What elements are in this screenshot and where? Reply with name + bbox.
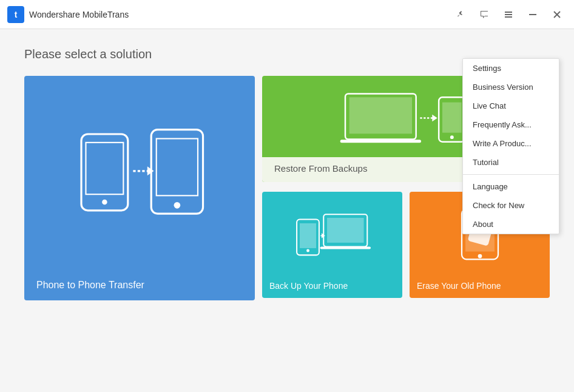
phone-transfer-icon-area [24,76,255,270]
menu-item-settings[interactable]: Settings [463,59,559,78]
logo-letter: t [15,10,18,19]
backup-label: Back Up Your Phone [262,276,402,298]
svg-rect-20 [442,103,462,133]
svg-rect-23 [300,223,316,248]
close-button[interactable] [547,5,567,24]
card-backup[interactable]: Back Up Your Phone [262,192,402,298]
svg-marker-18 [432,115,437,122]
menu-item-about[interactable]: About [463,215,559,234]
minimize-button[interactable] [523,5,542,24]
svg-point-21 [450,135,454,139]
svg-point-32 [478,254,482,258]
menu-item-faq[interactable]: Frequently Ask... [463,115,559,134]
erase-label: Erase Your Old Phone [410,276,550,298]
menu-item-live-chat[interactable]: Live Chat [463,96,559,115]
svg-rect-2 [505,16,512,18]
chat-icon[interactable] [474,5,494,24]
svg-rect-10 [157,138,198,195]
app-title: Wondershare MobileTrans [29,10,450,19]
svg-rect-3 [529,14,536,15]
pin-icon[interactable] [450,5,470,24]
menu-icon[interactable] [499,5,518,24]
menu-item-business[interactable]: Business Version [463,78,559,96]
backup-icon-area [262,192,402,276]
svg-rect-6 [81,134,128,211]
main-content: Please select a solution [0,29,574,392]
svg-point-8 [102,200,107,205]
dropdown-divider [463,174,559,175]
title-bar: t Wondershare MobileTrans [0,0,574,29]
restore-icon [333,86,479,147]
menu-item-write-review[interactable]: Write A Produc... [463,134,559,153]
svg-rect-26 [327,218,364,243]
svg-rect-0 [505,12,512,13]
window-controls [450,5,567,24]
svg-rect-27 [320,246,370,249]
svg-rect-16 [340,140,421,143]
phone-transfer-label: Phone to Phone Transfer [24,270,157,300]
svg-rect-9 [151,130,203,214]
svg-rect-7 [86,143,123,194]
svg-rect-1 [505,14,512,15]
app-logo: t [7,6,24,23]
card-phone-transfer[interactable]: Phone to Phone Transfer [24,76,255,300]
menu-item-check-for-new[interactable]: Check for New [463,196,559,215]
backup-icon [290,207,375,262]
svg-rect-15 [349,97,412,133]
phone-transfer-icon [61,124,218,221]
menu-item-language[interactable]: Language [463,177,559,196]
svg-point-11 [174,202,181,209]
menu-item-tutorial[interactable]: Tutorial [463,153,559,172]
dropdown-menu: Settings Business Version Live Chat Freq… [462,58,559,234]
svg-point-24 [306,249,309,252]
